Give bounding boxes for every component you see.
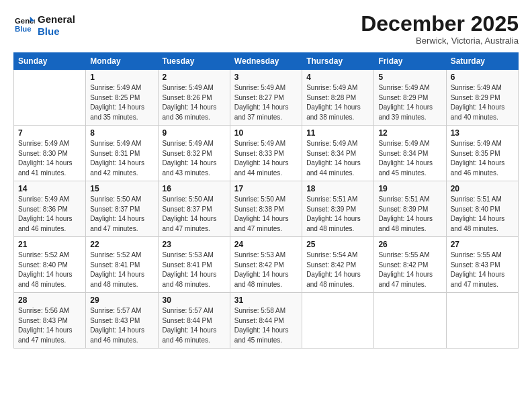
header-day-saturday: Saturday xyxy=(446,53,518,70)
day-info: Sunrise: 5:49 AM Sunset: 8:31 PM Dayligh… xyxy=(90,139,153,178)
day-info: Sunrise: 5:49 AM Sunset: 8:35 PM Dayligh… xyxy=(451,139,514,178)
logo: General Blue General Blue xyxy=(13,12,75,38)
header-day-monday: Monday xyxy=(86,53,158,70)
page: General Blue General Blue December 2025 … xyxy=(0,0,532,411)
header-day-friday: Friday xyxy=(374,53,446,70)
day-cell xyxy=(374,293,446,349)
header-day-wednesday: Wednesday xyxy=(230,53,302,70)
day-number: 27 xyxy=(451,240,514,249)
day-info: Sunrise: 5:56 AM Sunset: 8:43 PM Dayligh… xyxy=(18,306,81,345)
day-number: 21 xyxy=(18,240,81,249)
day-info: Sunrise: 5:51 AM Sunset: 8:39 PM Dayligh… xyxy=(306,195,369,234)
day-number: 25 xyxy=(306,240,369,249)
day-number: 23 xyxy=(163,240,226,249)
day-info: Sunrise: 5:57 AM Sunset: 8:44 PM Dayligh… xyxy=(163,306,226,345)
day-cell: 10Sunrise: 5:49 AM Sunset: 8:33 PM Dayli… xyxy=(230,126,302,181)
day-info: Sunrise: 5:55 AM Sunset: 8:43 PM Dayligh… xyxy=(451,250,514,289)
day-cell: 11Sunrise: 5:49 AM Sunset: 8:34 PM Dayli… xyxy=(302,126,374,181)
week-row-2: 7Sunrise: 5:49 AM Sunset: 8:30 PM Daylig… xyxy=(14,126,519,181)
day-cell: 30Sunrise: 5:57 AM Sunset: 8:44 PM Dayli… xyxy=(158,293,230,349)
calendar-table: SundayMondayTuesdayWednesdayThursdayFrid… xyxy=(13,52,519,349)
day-info: Sunrise: 5:49 AM Sunset: 8:29 PM Dayligh… xyxy=(451,83,514,122)
day-cell: 14Sunrise: 5:49 AM Sunset: 8:36 PM Dayli… xyxy=(14,181,86,237)
day-number: 1 xyxy=(90,73,153,82)
day-cell: 25Sunrise: 5:54 AM Sunset: 8:42 PM Dayli… xyxy=(302,237,374,293)
day-cell: 2Sunrise: 5:49 AM Sunset: 8:26 PM Daylig… xyxy=(158,70,230,126)
day-number: 28 xyxy=(18,295,81,305)
day-info: Sunrise: 5:58 AM Sunset: 8:44 PM Dayligh… xyxy=(234,306,298,345)
day-info: Sunrise: 5:52 AM Sunset: 8:41 PM Dayligh… xyxy=(90,250,153,289)
day-info: Sunrise: 5:50 AM Sunset: 8:38 PM Dayligh… xyxy=(234,195,298,234)
header-day-tuesday: Tuesday xyxy=(158,53,230,70)
day-cell: 28Sunrise: 5:56 AM Sunset: 8:43 PM Dayli… xyxy=(14,293,86,349)
day-number: 20 xyxy=(451,184,514,193)
week-row-3: 14Sunrise: 5:49 AM Sunset: 8:36 PM Dayli… xyxy=(14,181,519,237)
day-cell: 3Sunrise: 5:49 AM Sunset: 8:27 PM Daylig… xyxy=(230,70,302,126)
day-number: 30 xyxy=(163,295,226,305)
svg-text:Blue: Blue xyxy=(15,25,32,33)
day-cell: 23Sunrise: 5:53 AM Sunset: 8:41 PM Dayli… xyxy=(158,237,230,293)
day-cell: 18Sunrise: 5:51 AM Sunset: 8:39 PM Dayli… xyxy=(302,181,374,237)
day-info: Sunrise: 5:51 AM Sunset: 8:39 PM Dayligh… xyxy=(378,195,441,234)
day-number: 26 xyxy=(378,240,441,249)
day-info: Sunrise: 5:49 AM Sunset: 8:33 PM Dayligh… xyxy=(234,139,298,178)
day-number: 2 xyxy=(163,73,226,82)
day-cell: 1Sunrise: 5:49 AM Sunset: 8:25 PM Daylig… xyxy=(86,70,158,126)
logo-general: General xyxy=(38,13,75,26)
day-cell: 21Sunrise: 5:52 AM Sunset: 8:40 PM Dayli… xyxy=(14,237,86,293)
day-number: 3 xyxy=(234,73,298,82)
day-cell: 27Sunrise: 5:55 AM Sunset: 8:43 PM Dayli… xyxy=(446,237,518,293)
day-number: 7 xyxy=(18,128,81,138)
day-cell: 9Sunrise: 5:49 AM Sunset: 8:32 PM Daylig… xyxy=(158,126,230,181)
week-row-5: 28Sunrise: 5:56 AM Sunset: 8:43 PM Dayli… xyxy=(14,293,519,349)
day-number: 18 xyxy=(306,184,369,193)
day-info: Sunrise: 5:49 AM Sunset: 8:28 PM Dayligh… xyxy=(306,83,369,122)
day-cell: 12Sunrise: 5:49 AM Sunset: 8:34 PM Dayli… xyxy=(374,126,446,181)
day-number: 31 xyxy=(234,295,298,305)
day-info: Sunrise: 5:52 AM Sunset: 8:40 PM Dayligh… xyxy=(18,250,81,289)
logo-blue: Blue xyxy=(38,26,75,38)
day-number: 9 xyxy=(163,128,226,138)
day-info: Sunrise: 5:53 AM Sunset: 8:42 PM Dayligh… xyxy=(234,250,298,289)
day-info: Sunrise: 5:50 AM Sunset: 8:37 PM Dayligh… xyxy=(163,195,226,234)
week-row-4: 21Sunrise: 5:52 AM Sunset: 8:40 PM Dayli… xyxy=(14,237,519,293)
day-info: Sunrise: 5:49 AM Sunset: 8:25 PM Dayligh… xyxy=(90,83,153,122)
day-cell: 7Sunrise: 5:49 AM Sunset: 8:30 PM Daylig… xyxy=(14,126,86,181)
day-cell: 24Sunrise: 5:53 AM Sunset: 8:42 PM Dayli… xyxy=(230,237,302,293)
day-cell: 26Sunrise: 5:55 AM Sunset: 8:42 PM Dayli… xyxy=(374,237,446,293)
day-number: 15 xyxy=(90,184,153,193)
logo-icon: General Blue xyxy=(13,15,35,34)
day-number: 10 xyxy=(234,128,298,138)
day-cell: 15Sunrise: 5:50 AM Sunset: 8:37 PM Dayli… xyxy=(86,181,158,237)
month-title: December 2025 xyxy=(361,12,519,36)
day-number: 14 xyxy=(18,184,81,193)
day-number: 12 xyxy=(378,128,441,138)
day-cell: 16Sunrise: 5:50 AM Sunset: 8:37 PM Dayli… xyxy=(158,181,230,237)
day-number: 24 xyxy=(234,240,298,249)
header-day-sunday: Sunday xyxy=(14,53,86,70)
day-cell: 17Sunrise: 5:50 AM Sunset: 8:38 PM Dayli… xyxy=(230,181,302,237)
day-info: Sunrise: 5:49 AM Sunset: 8:27 PM Dayligh… xyxy=(234,83,298,122)
day-cell: 22Sunrise: 5:52 AM Sunset: 8:41 PM Dayli… xyxy=(86,237,158,293)
day-number: 22 xyxy=(90,240,153,249)
day-cell: 29Sunrise: 5:57 AM Sunset: 8:43 PM Dayli… xyxy=(86,293,158,349)
day-number: 29 xyxy=(90,295,153,305)
day-info: Sunrise: 5:49 AM Sunset: 8:34 PM Dayligh… xyxy=(378,139,441,178)
day-cell xyxy=(14,70,86,126)
day-cell xyxy=(302,293,374,349)
day-number: 8 xyxy=(90,128,153,138)
day-number: 4 xyxy=(306,73,369,82)
day-number: 6 xyxy=(451,73,514,82)
day-cell: 13Sunrise: 5:49 AM Sunset: 8:35 PM Dayli… xyxy=(446,126,518,181)
day-number: 5 xyxy=(378,73,441,82)
title-block: December 2025 Berwick, Victoria, Austral… xyxy=(361,12,519,46)
day-cell xyxy=(446,293,518,349)
day-cell: 19Sunrise: 5:51 AM Sunset: 8:39 PM Dayli… xyxy=(374,181,446,237)
day-info: Sunrise: 5:57 AM Sunset: 8:43 PM Dayligh… xyxy=(90,306,153,345)
header-row: SundayMondayTuesdayWednesdayThursdayFrid… xyxy=(14,53,519,70)
header-day-thursday: Thursday xyxy=(302,53,374,70)
subtitle: Berwick, Victoria, Australia xyxy=(361,36,519,46)
day-info: Sunrise: 5:49 AM Sunset: 8:29 PM Dayligh… xyxy=(378,83,441,122)
day-cell: 8Sunrise: 5:49 AM Sunset: 8:31 PM Daylig… xyxy=(86,126,158,181)
day-info: Sunrise: 5:51 AM Sunset: 8:40 PM Dayligh… xyxy=(451,195,514,234)
